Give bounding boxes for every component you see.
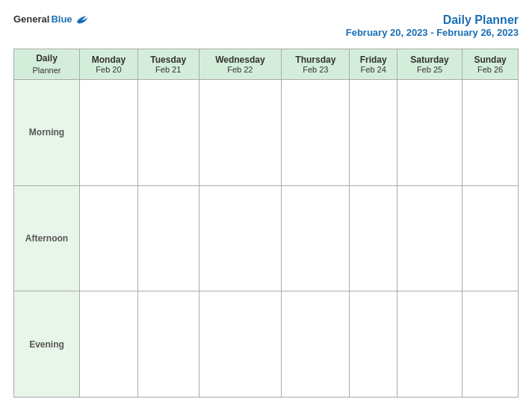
label-day1: Daily <box>16 53 78 65</box>
tue-name: Tuesday <box>140 55 197 65</box>
afternoon-thu-cell[interactable] <box>282 185 350 291</box>
sat-name: Saturday <box>399 55 460 65</box>
morning-tue-cell[interactable] <box>137 79 199 185</box>
thu-name: Thursday <box>283 55 347 65</box>
evening-wed-cell[interactable] <box>199 291 282 398</box>
logo-bird-icon <box>75 14 89 25</box>
col-header-fri: Friday Feb 24 <box>350 49 397 80</box>
col-header-tue: Tuesday Feb 21 <box>137 49 199 80</box>
sun-name: Sunday <box>464 55 516 65</box>
afternoon-sat-cell[interactable] <box>397 185 462 291</box>
afternoon-label: Afternoon <box>14 185 80 291</box>
morning-sun-cell[interactable] <box>463 79 519 185</box>
wed-name: Wednesday <box>201 55 280 65</box>
header: General Blue Daily Planner February 20, … <box>13 13 519 38</box>
col-header-sun: Sunday Feb 26 <box>463 49 519 80</box>
page: General Blue Daily Planner February 20, … <box>0 0 532 411</box>
logo-blue-text: Blue <box>51 13 72 25</box>
evening-sat-cell[interactable] <box>397 291 462 398</box>
thu-date: Feb 23 <box>283 65 347 74</box>
logo-general-text: General <box>13 13 49 25</box>
morning-label: Morning <box>14 79 80 185</box>
fri-name: Friday <box>351 55 395 65</box>
date-range: February 20, 2023 - February 26, 2023 <box>346 27 519 38</box>
logo: General Blue <box>13 13 89 25</box>
tue-date: Feb 21 <box>140 65 197 74</box>
title-area: Daily Planner February 20, 2023 - Februa… <box>346 13 519 38</box>
row-morning: Morning <box>14 79 519 185</box>
morning-fri-cell[interactable] <box>350 79 397 185</box>
fri-date: Feb 24 <box>351 65 395 74</box>
row-afternoon: Afternoon <box>14 185 519 291</box>
sun-date: Feb 26 <box>464 65 516 74</box>
col-header-wed: Wednesday Feb 22 <box>199 49 282 80</box>
morning-sat-cell[interactable] <box>397 79 462 185</box>
evening-thu-cell[interactable] <box>282 291 350 398</box>
wed-date: Feb 22 <box>201 65 280 74</box>
evening-label: Evening <box>14 291 80 398</box>
planner-title: Daily Planner <box>346 13 519 27</box>
col-header-thu: Thursday Feb 23 <box>282 49 350 80</box>
morning-mon-cell[interactable] <box>80 79 138 185</box>
mon-date: Feb 20 <box>81 65 136 74</box>
afternoon-tue-cell[interactable] <box>137 185 199 291</box>
afternoon-wed-cell[interactable] <box>199 185 282 291</box>
evening-sun-cell[interactable] <box>463 291 519 398</box>
sat-date: Feb 25 <box>399 65 460 74</box>
evening-mon-cell[interactable] <box>80 291 138 398</box>
afternoon-mon-cell[interactable] <box>80 185 138 291</box>
morning-thu-cell[interactable] <box>282 79 350 185</box>
col-header-label: Daily Planner <box>14 49 80 80</box>
morning-wed-cell[interactable] <box>199 79 282 185</box>
label-day2: Planner <box>16 65 78 75</box>
evening-tue-cell[interactable] <box>137 291 199 398</box>
afternoon-sun-cell[interactable] <box>463 185 519 291</box>
mon-name: Monday <box>81 55 136 65</box>
calendar-table: Daily Planner Monday Feb 20 Tuesday Feb … <box>13 49 519 398</box>
header-row: Daily Planner Monday Feb 20 Tuesday Feb … <box>14 49 519 80</box>
logo-area: General Blue <box>13 13 89 25</box>
col-header-sat: Saturday Feb 25 <box>397 49 462 80</box>
evening-fri-cell[interactable] <box>350 291 397 398</box>
afternoon-fri-cell[interactable] <box>350 185 397 291</box>
col-header-mon: Monday Feb 20 <box>80 49 138 80</box>
row-evening: Evening <box>14 291 519 398</box>
